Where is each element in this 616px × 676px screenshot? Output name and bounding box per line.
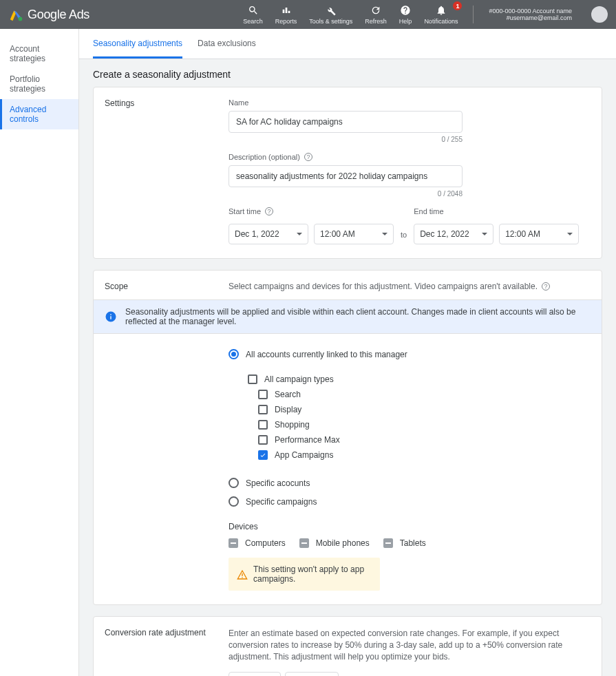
start-time-label: Start time ? [229, 207, 394, 215]
checkbox-tablets[interactable]: Tablets [383, 538, 426, 548]
refresh-label: Refresh [365, 18, 387, 25]
google-ads-icon [8, 7, 23, 22]
chevron-down-icon [382, 233, 387, 238]
help-icon[interactable]: ? [542, 282, 550, 291]
help-icon[interactable]: ? [265, 207, 273, 215]
chevron-down-icon [297, 233, 302, 238]
start-date-select[interactable]: Dec 1, 2022 [229, 224, 308, 244]
product-name: Google Ads [28, 8, 89, 22]
checkbox-computers[interactable]: Computers [229, 538, 286, 548]
warning-icon [237, 569, 248, 580]
info-icon [105, 310, 117, 323]
chevron-down-icon [482, 233, 487, 238]
devices-label: Devices [229, 522, 591, 531]
svg-rect-1 [242, 573, 242, 576]
help-icon [399, 4, 412, 17]
end-date-select[interactable]: Dec 12, 2022 [414, 224, 493, 244]
scope-card: Scope Select campaigns and devices for t… [93, 270, 602, 605]
name-label: Name [229, 98, 591, 107]
search-label: Search [243, 18, 263, 25]
sidebar-item-account-strategies[interactable]: Account strategies [0, 39, 78, 69]
checkbox-display[interactable]: Display [229, 405, 591, 414]
svg-rect-2 [242, 577, 242, 578]
radio-icon [229, 496, 239, 507]
checkbox-icon [248, 374, 257, 384]
help-label: Help [399, 18, 412, 25]
checkbox-app-campaigns[interactable]: App Campaigns [229, 450, 591, 460]
account-info[interactable]: #000-000-0000 Account name #username@ema… [489, 8, 572, 21]
avatar[interactable] [591, 6, 608, 23]
app-header: Google Ads Search Reports Tools & settin… [0, 0, 616, 29]
info-banner: Seasonality adjustments will be applied … [94, 299, 602, 334]
checkbox-icon [258, 405, 268, 414]
checkbox-all-campaign-types[interactable]: All campaign types [229, 374, 591, 384]
info-banner-text: Seasonality adjustments will be applied … [125, 307, 591, 326]
bell-icon [435, 4, 447, 17]
notification-badge: 1 [453, 1, 462, 10]
radio-all-accounts[interactable]: All accounts currently linked to this ma… [229, 349, 591, 359]
notifications-label: Notifications [424, 18, 458, 25]
radio-icon [229, 349, 239, 359]
tab-seasonality[interactable]: Seasonality adjustments [93, 29, 182, 59]
separator [473, 6, 474, 23]
reports-label: Reports [275, 18, 297, 25]
account-email: #username@email.com [507, 14, 572, 21]
checkbox-mobile-phones[interactable]: Mobile phones [299, 538, 370, 548]
checkbox-icon [299, 538, 309, 548]
description-label: Description (optional) ? [229, 153, 591, 161]
percent-input[interactable]: % [285, 672, 339, 676]
checkbox-search[interactable]: Search [229, 390, 591, 399]
start-time-select[interactable]: 12:00 AM [314, 224, 394, 244]
direction-select[interactable]: Increase [229, 672, 281, 676]
conversion-section-label: Conversion rate adjustment [105, 628, 229, 676]
to-label: to [399, 231, 408, 244]
sidebar: Account strategies Portfolio strategies … [0, 29, 79, 676]
settings-section-label: Settings [105, 98, 229, 244]
chevron-down-icon [567, 233, 573, 238]
main-content: Seasonality adjustments Data exclusions … [79, 29, 616, 676]
reports-icon [280, 4, 293, 17]
search-button[interactable]: Search [243, 4, 263, 25]
warning-text: This setting won't apply to app campaign… [253, 564, 372, 584]
checkbox-icon [229, 538, 238, 548]
checkbox-performance-max[interactable]: Performance Max [229, 435, 591, 445]
help-icon[interactable]: ? [304, 153, 312, 161]
name-counter: 0 / 255 [229, 136, 463, 143]
checkbox-icon [258, 420, 268, 430]
refresh-button[interactable]: Refresh [365, 4, 387, 25]
tab-bar: Seasonality adjustments Data exclusions [79, 29, 616, 59]
tools-settings-button[interactable]: Tools & settings [309, 5, 352, 25]
checkbox-icon [258, 435, 268, 445]
radio-specific-campaigns[interactable]: Specific campaigns [229, 496, 591, 507]
conversion-description: Enter an estimate based on expected conv… [229, 628, 586, 662]
checkbox-icon [258, 390, 268, 399]
description-counter: 0 / 2048 [229, 190, 463, 198]
checkbox-shopping[interactable]: Shopping [229, 420, 591, 430]
description-input[interactable] [229, 165, 463, 187]
wrench-icon [325, 5, 337, 17]
sidebar-item-portfolio-strategies[interactable]: Portfolio strategies [0, 69, 78, 99]
warning-box: This setting won't apply to app campaign… [229, 558, 380, 591]
scope-section-label: Scope [105, 282, 229, 291]
notifications-button[interactable]: 1 Notifications [424, 4, 458, 25]
radio-icon [229, 478, 239, 488]
checkbox-icon [383, 538, 393, 548]
refresh-icon [370, 4, 382, 17]
account-id: #000-000-0000 Account name [489, 8, 572, 14]
end-time-select[interactable]: 12:00 AM [499, 224, 579, 244]
checkbox-icon [258, 450, 268, 460]
conversion-card: Conversion rate adjustment Enter an esti… [93, 616, 602, 676]
radio-specific-accounts[interactable]: Specific acocunts [229, 478, 591, 488]
search-icon [247, 4, 259, 17]
page-title: Create a seasonality adjustment [93, 59, 602, 87]
product-logo: Google Ads [8, 7, 89, 22]
tools-settings-label: Tools & settings [309, 19, 352, 25]
tab-data-exclusions[interactable]: Data exclusions [198, 29, 256, 59]
name-input[interactable] [229, 111, 463, 133]
sidebar-item-advanced-controls[interactable]: Advanced controls [0, 99, 78, 129]
end-time-label: End time [414, 207, 579, 215]
settings-card: Settings Name 0 / 255 Description (optio… [93, 87, 602, 259]
reports-button[interactable]: Reports [275, 4, 297, 25]
help-button[interactable]: Help [399, 4, 412, 25]
svg-point-0 [18, 17, 22, 21]
